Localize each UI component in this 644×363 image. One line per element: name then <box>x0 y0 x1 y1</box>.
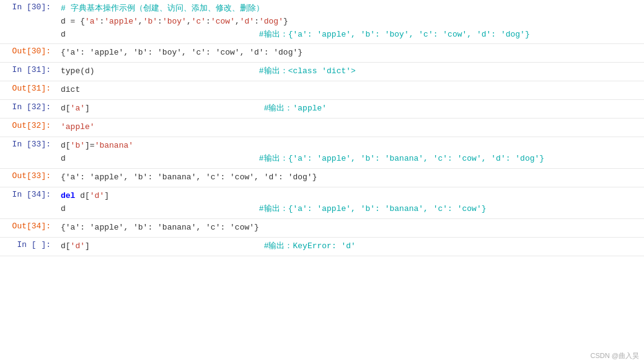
input-cell[interactable]: In [32]:d['a'] #输出：'apple' <box>0 100 644 119</box>
cell-label: Out[33]: <box>0 169 56 187</box>
input-cell[interactable]: In [30]:# 字典基本操作示例（创建、访问、添加、修改、删除）d = {'… <box>0 0 644 44</box>
cell-label: In [33]: <box>0 137 56 168</box>
cell-content: dict <box>56 81 644 99</box>
cell-content: {'a': 'apple', 'b': 'boy', 'c': 'cow', '… <box>56 44 644 62</box>
cell-content: {'a': 'apple', 'b': 'banana', 'c': 'cow'… <box>56 169 644 187</box>
cell-content: 'apple' <box>56 119 644 137</box>
cell-content[interactable]: d['d'] #输出：KeyError: 'd' <box>56 238 644 256</box>
output-cell: Out[31]:dict <box>0 81 644 100</box>
cell-content: {'a': 'apple', 'b': 'banana', 'c': 'cow'… <box>56 219 644 237</box>
cell-label: In [ ]: <box>0 238 56 256</box>
watermark: CSDN @曲入昊 <box>591 351 639 361</box>
output-cell: Out[34]:{'a': 'apple', 'b': 'banana', 'c… <box>0 219 644 238</box>
cell-content[interactable]: # 字典基本操作示例（创建、访问、添加、修改、删除）d = {'a':'appl… <box>56 0 644 43</box>
cell-content[interactable]: del d['d']d #输出：{'a': 'apple', 'b': 'ban… <box>56 187 644 218</box>
input-cell[interactable]: In [ ]:d['d'] #输出：KeyError: 'd' <box>0 238 644 256</box>
cell-content[interactable]: d['b']='banana'd #输出：{'a': 'apple', 'b':… <box>56 137 644 168</box>
input-cell[interactable]: In [33]:d['b']='banana'd #输出：{'a': 'appl… <box>0 137 644 169</box>
cell-label: Out[31]: <box>0 81 56 99</box>
input-cell[interactable]: In [34]:del d['d']d #输出：{'a': 'apple', '… <box>0 187 644 219</box>
input-cell[interactable]: In [31]:type(d) #输出：<class 'dict'> <box>0 63 644 81</box>
cell-label: Out[34]: <box>0 219 56 237</box>
cell-label: Out[32]: <box>0 119 56 137</box>
output-cell: Out[33]:{'a': 'apple', 'b': 'banana', 'c… <box>0 169 644 187</box>
cell-label: Out[30]: <box>0 44 56 62</box>
output-cell: Out[32]:'apple' <box>0 119 644 137</box>
cell-label: In [30]: <box>0 0 56 43</box>
cell-label: In [32]: <box>0 100 56 118</box>
cell-label: In [34]: <box>0 187 56 218</box>
notebook: In [30]:# 字典基本操作示例（创建、访问、添加、修改、删除）d = {'… <box>0 0 644 363</box>
cell-content[interactable]: type(d) #输出：<class 'dict'> <box>56 63 644 81</box>
output-cell: Out[30]:{'a': 'apple', 'b': 'boy', 'c': … <box>0 44 644 63</box>
cell-content[interactable]: d['a'] #输出：'apple' <box>56 100 644 118</box>
cell-label: In [31]: <box>0 63 56 81</box>
